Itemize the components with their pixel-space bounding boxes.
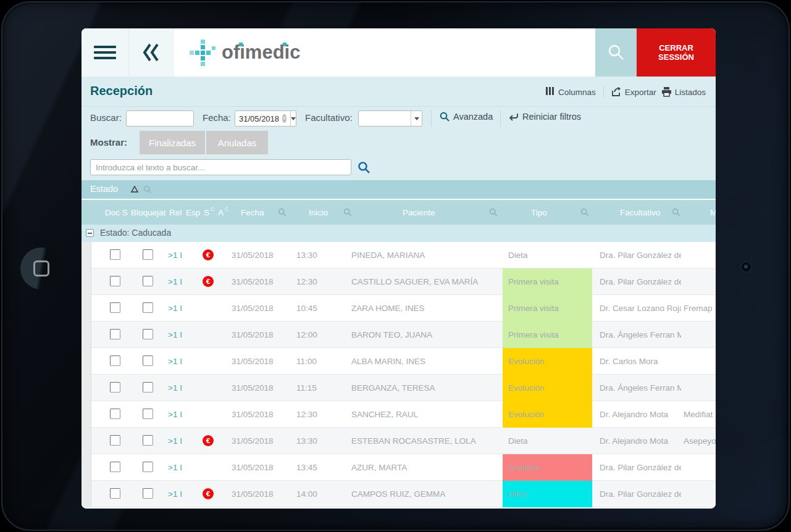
col-mutua[interactable]: M (710, 208, 716, 217)
column-search-icon[interactable] (278, 208, 287, 217)
facultativo-select[interactable] (358, 110, 422, 127)
col-fecha[interactable]: Fecha (241, 208, 264, 217)
paciente-cell: CASTILLO SAGUER, EVA MARÍA (351, 277, 500, 286)
bloquejat-checkbox[interactable] (143, 329, 153, 339)
table-row[interactable]: >1 I € 31/05/2018 12:30 CASTILLO SAGUER,… (82, 268, 716, 295)
bloquejat-checkbox[interactable] (143, 462, 153, 472)
rel-link[interactable]: >1 I (168, 489, 182, 499)
doc-s-checkbox[interactable] (110, 488, 120, 499)
table-row[interactable]: >1 I € 31/05/2018 12:00 BARON TEO, JUANA… (82, 322, 716, 348)
col-s[interactable]: S (204, 208, 209, 217)
table-row[interactable]: >1 I € 31/05/2018 12:30 SANCHEZ, RAUL Ev… (82, 401, 716, 428)
tablet-frame: ofimedic CERRAR SESSIÓN Recepción C (1, 1, 790, 531)
group-row-caducada[interactable]: Estado: Caducada (82, 225, 716, 242)
bloquejat-checkbox[interactable] (143, 302, 153, 313)
facultativo-cell: Dra. Ángeles Ferran Miral (600, 383, 681, 393)
doc-s-checkbox[interactable] (110, 355, 120, 366)
menu-button[interactable] (82, 28, 129, 77)
fecha-input[interactable]: 31/05/2018 × (235, 110, 296, 127)
bloquejat-checkbox[interactable] (143, 382, 153, 393)
clear-date-icon[interactable]: × (282, 114, 287, 123)
col-doc-s[interactable]: Doc S (105, 208, 128, 217)
inicio-cell: 13:30 (296, 436, 317, 446)
doc-s-checkbox[interactable] (110, 276, 120, 286)
doc-s-checkbox[interactable] (110, 249, 120, 260)
col-facultativo[interactable]: Facultativo (620, 208, 660, 217)
tipo-cell: Analítica (503, 454, 592, 481)
table-header: Doc S Bloquejat Rel Esp S C A C Fecha In… (82, 200, 716, 225)
finalizadas-toggle[interactable]: Finalizadas (140, 131, 205, 154)
bloquejat-checkbox[interactable] (143, 409, 153, 419)
fecha-dropdown-button[interactable] (290, 111, 296, 126)
collapse-group-icon[interactable] (86, 229, 94, 237)
anuladas-toggle[interactable]: Anuladas (206, 131, 268, 154)
listados-button[interactable]: Listados (661, 87, 706, 97)
table-row[interactable]: >1 I € 31/05/2018 11:00 ALBA MARIN, INES… (82, 348, 716, 375)
rel-link[interactable]: >1 I (168, 357, 182, 366)
col-paciente[interactable]: Paciente (403, 208, 435, 217)
buscar-input[interactable] (126, 110, 194, 127)
reset-filters-icon (509, 112, 519, 121)
chevron-down-icon (291, 117, 296, 120)
column-search-icon[interactable] (672, 208, 680, 217)
col-a[interactable]: A (218, 208, 224, 217)
avanzada-button[interactable]: Avanzada (440, 112, 493, 122)
doc-s-checkbox[interactable] (110, 302, 120, 313)
group-by-band[interactable]: Estado (82, 180, 716, 199)
reiniciar-filtros-button[interactable]: Reiniciar filtros (509, 112, 581, 122)
doc-s-checkbox[interactable] (110, 329, 120, 339)
table-row[interactable]: >1 I € 31/05/2018 14:00 CAMPOS RUIZ, GEM… (82, 481, 716, 507)
column-search-icon[interactable] (580, 208, 589, 217)
bloquejat-checkbox[interactable] (143, 435, 153, 446)
paciente-cell: CAMPOS RUIZ, GEMMA (351, 489, 500, 499)
table-row[interactable]: >1 I € 31/05/2018 10:45 ZARA HOME, INES … (82, 295, 716, 322)
bloquejat-checkbox[interactable] (143, 276, 153, 286)
rel-link[interactable]: >1 I (168, 251, 182, 260)
col-rel[interactable]: Rel (169, 208, 182, 217)
col-inicio[interactable]: Inicio (309, 208, 329, 217)
bloquejat-checkbox[interactable] (143, 355, 153, 366)
col-bloquejat[interactable]: Bloquejat (131, 208, 165, 217)
bloquejat-checkbox[interactable] (143, 249, 153, 260)
bloquejat-checkbox[interactable] (143, 488, 153, 499)
doc-s-checkbox[interactable] (110, 462, 120, 472)
rel-link[interactable]: >1 I (168, 277, 182, 286)
table-row[interactable]: >1 I € 31/05/2018 11:15 BERGANZA, TERESA… (82, 375, 716, 401)
facultativo-cell: Dra. Pilar González de las (600, 489, 681, 499)
columns-button[interactable]: Columnas (546, 87, 596, 97)
table-row[interactable]: >1 I € 31/05/2018 13:30 PINEDA, MARIANA … (82, 242, 716, 268)
rel-link[interactable]: >1 I (168, 330, 182, 339)
table-search-input[interactable] (90, 159, 351, 175)
home-button[interactable] (20, 247, 62, 289)
col-esp[interactable]: Esp (186, 208, 200, 217)
col-clip-mark: C (225, 206, 229, 212)
inicio-cell: 11:15 (296, 383, 317, 393)
column-search-icon[interactable] (343, 208, 352, 217)
facultativo-label: Facultativo: (305, 112, 353, 123)
doc-s-checkbox[interactable] (110, 435, 120, 446)
doc-s-checkbox[interactable] (110, 382, 120, 393)
sort-asc-icon[interactable] (131, 186, 138, 193)
rel-link[interactable]: >1 I (168, 410, 182, 419)
column-search-icon[interactable] (143, 185, 152, 194)
tipo-cell: Evolución (503, 375, 592, 401)
export-icon (611, 87, 622, 97)
search-icon[interactable] (358, 161, 370, 173)
global-search-button[interactable] (595, 28, 637, 77)
doc-s-checkbox[interactable] (110, 409, 120, 419)
table-row[interactable]: >1 I € 31/05/2018 13:30 ESTEBAN ROCASAST… (82, 428, 716, 454)
col-tipo[interactable]: Tipo (531, 208, 547, 217)
facultativo-dropdown-button[interactable] (411, 111, 422, 126)
fecha-cell: 31/05/2018 (232, 251, 274, 260)
export-button[interactable]: Exportar (611, 87, 656, 97)
collapse-sidebar-button[interactable] (129, 28, 174, 77)
rel-link[interactable]: >1 I (168, 436, 182, 446)
rel-link[interactable]: >1 I (168, 463, 182, 472)
logout-button[interactable]: CERRAR SESSIÓN (637, 28, 716, 77)
logo-i-dot (239, 43, 243, 46)
rel-link[interactable]: >1 I (168, 304, 182, 313)
columns-icon (546, 87, 555, 97)
column-search-icon[interactable] (489, 208, 498, 217)
rel-link[interactable]: >1 I (168, 383, 182, 393)
table-row[interactable]: >1 I € 31/05/2018 13:45 AZUR, MARTA Anal… (82, 454, 716, 481)
